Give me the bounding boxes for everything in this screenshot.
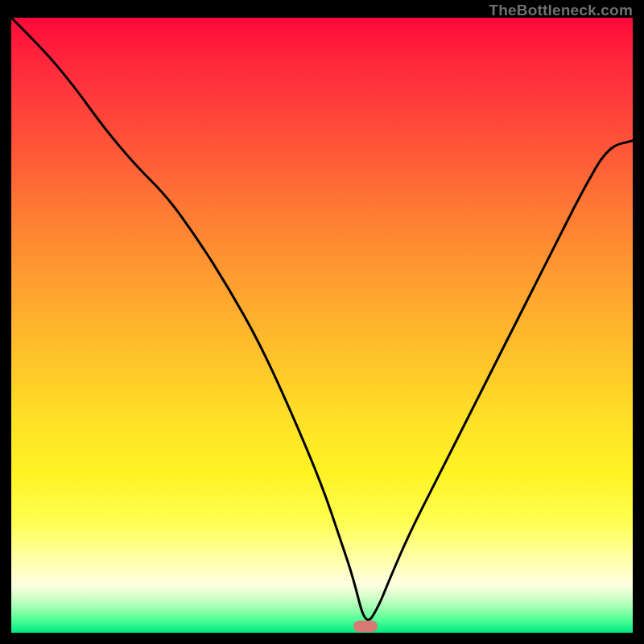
source-attribution: TheBottleneck.com [489,2,633,19]
plot-area [11,18,633,633]
optimal-point-marker [353,621,378,632]
bottleneck-curve [11,18,633,633]
chart-frame: TheBottleneck.com [0,0,644,644]
